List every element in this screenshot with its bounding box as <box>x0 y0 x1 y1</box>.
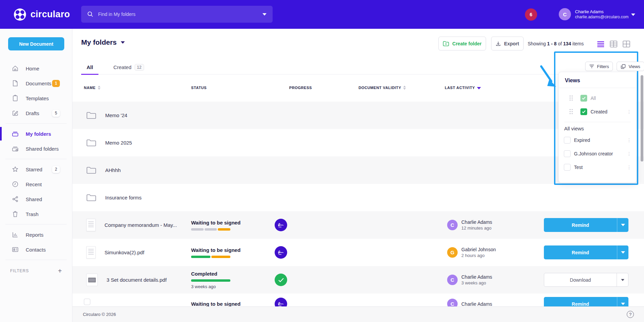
sidebar-item-my-folders[interactable]: My folders <box>0 126 72 141</box>
export-button[interactable]: Export <box>491 37 524 50</box>
add-filter-button[interactable]: + <box>58 267 62 274</box>
activity-time: 3 weeks ago <box>461 280 492 286</box>
share-icon <box>12 195 19 203</box>
checkbox-unchecked[interactable] <box>564 164 571 171</box>
views-button[interactable]: Views <box>617 62 644 71</box>
download-button[interactable]: Download <box>544 273 628 287</box>
sort-desc-icon[interactable] <box>477 87 481 89</box>
sidebar-item-drafts[interactable]: Drafts 5 <box>0 106 72 121</box>
checkbox-checked[interactable] <box>580 108 587 115</box>
search-input[interactable]: Find in My folders <box>81 6 273 23</box>
remind-button[interactable]: Remind <box>544 218 628 232</box>
user-menu[interactable]: C Charlie Adams charlie.adams@circularo.… <box>559 8 628 20</box>
notification-badge[interactable]: 6 <box>525 8 537 21</box>
kebab-menu-icon[interactable]: ⋮ <box>627 152 631 156</box>
check-icon <box>275 274 287 286</box>
brand-logo[interactable]: circularo <box>14 8 70 21</box>
create-folder-button[interactable]: Create folder <box>438 37 486 50</box>
sort-icon[interactable] <box>403 86 406 90</box>
action-dropdown-caret-icon[interactable] <box>617 245 628 259</box>
sidebar-item-shared[interactable]: Shared <box>0 192 72 207</box>
action-label[interactable]: Remind <box>544 218 617 232</box>
tab-all[interactable]: All <box>81 60 98 74</box>
help-icon[interactable]: ? <box>627 311 634 318</box>
table-row-folder[interactable]: Insurance forms <box>72 184 644 211</box>
document-thumbnail <box>86 246 96 259</box>
filters-button[interactable]: Filters <box>585 62 613 71</box>
document-name[interactable]: 3 Set document details.pdf <box>107 277 167 283</box>
activity-avatar: C <box>447 299 458 306</box>
sidebar-item-documents[interactable]: Documents 1 <box>0 76 72 91</box>
page-title-group[interactable]: My folders <box>81 38 125 46</box>
new-document-button[interactable]: New Document <box>8 37 64 50</box>
table-view-icon[interactable] <box>609 40 618 48</box>
kebab-menu-icon[interactable]: ⋮ <box>627 165 631 170</box>
document-name[interactable]: Simunkova(2).pdf <box>105 250 144 255</box>
action-label[interactable]: Remind <box>544 297 617 306</box>
contact-card-icon <box>12 246 19 253</box>
title-dropdown-caret-icon[interactable] <box>121 41 125 44</box>
action-dropdown-caret-icon[interactable] <box>617 218 628 232</box>
table-row-document[interactable]: Simunkova(2).pdf Waiting to be signed G … <box>72 239 644 266</box>
checkbox-unchecked[interactable] <box>564 150 571 157</box>
sidebar-item-starred[interactable]: Starred 2 <box>0 162 72 177</box>
list-view-icon[interactable] <box>596 40 605 48</box>
action-dropdown-caret-icon[interactable] <box>617 273 628 286</box>
status-cell: Completed 3 weeks ago <box>191 266 259 294</box>
kebab-menu-icon[interactable]: ⋮ <box>627 138 631 143</box>
sidebar-item-shared-folders[interactable]: Shared folders <box>0 141 72 156</box>
column-header-progress[interactable]: PROGRESS <box>289 86 312 90</box>
view-item-test[interactable]: Test ⋮ <box>559 160 636 174</box>
sidebar-item-label: Starred <box>26 167 42 172</box>
drag-handle-icon[interactable] <box>570 95 573 101</box>
view-item-created[interactable]: Created ⋮ <box>559 105 636 119</box>
remind-button[interactable]: Remind <box>544 245 628 259</box>
create-folder-label: Create folder <box>452 41 481 46</box>
tab-created[interactable]: Created 12 <box>108 60 149 74</box>
sidebar-item-reports[interactable]: Reports <box>0 227 72 242</box>
kebab-menu-icon[interactable]: ⋮ <box>627 110 631 114</box>
action-label[interactable]: Download <box>544 273 617 286</box>
sidebar-item-templates[interactable]: Templates <box>0 91 72 106</box>
checkbox-checked[interactable] <box>580 95 587 102</box>
table-row-document[interactable]: Company memorandum - May... Waiting to b… <box>72 211 644 239</box>
grid-view-icon[interactable] <box>622 40 630 48</box>
remind-button[interactable]: Remind <box>544 297 628 306</box>
column-header-document-validity[interactable]: DOCUMENT VALIDITY <box>359 86 406 90</box>
row-checkbox[interactable] <box>84 299 90 305</box>
view-item-gjohnson-creator[interactable]: G.Johnson creator ⋮ <box>559 147 636 160</box>
table-row-document[interactable]: 3 Set document details.pdf Completed 3 w… <box>72 266 644 294</box>
table-row-document[interactable]: Waiting to be signed C Charlie Adams Rem… <box>72 294 644 306</box>
checkbox-unchecked[interactable] <box>564 137 571 144</box>
folder-name[interactable]: Memo 2025 <box>105 140 132 146</box>
view-label: G.Johnson creator <box>574 151 613 156</box>
column-header-status[interactable]: STATUS <box>191 86 207 90</box>
last-activity-cell: C Charlie Adams 12 minutes ago <box>447 211 492 239</box>
drag-handle-icon[interactable] <box>570 109 573 114</box>
view-item-expired[interactable]: Expired ⋮ <box>559 133 636 147</box>
filters-button-label: Filters <box>597 64 609 69</box>
user-menu-caret-icon[interactable] <box>631 14 635 16</box>
view-label: Test <box>574 165 583 170</box>
views-copy-icon <box>621 64 626 69</box>
tab-created-label: Created <box>113 64 131 70</box>
folder-name[interactable]: Memo '24 <box>105 112 127 118</box>
sidebar-item-recent[interactable]: Recent <box>0 177 72 192</box>
action-dropdown-caret-icon[interactable] <box>617 297 628 306</box>
sort-icon[interactable] <box>98 86 100 90</box>
sidebar-filters-section: FILTERS + <box>0 263 72 274</box>
action-label[interactable]: Remind <box>544 245 617 259</box>
document-name[interactable]: Company memorandum - May... <box>105 222 177 228</box>
folder-name[interactable]: AHhhh <box>105 167 121 173</box>
vertical-scrollbar[interactable] <box>641 75 643 162</box>
column-header-last-activity[interactable]: LAST ACTIVITY <box>445 86 481 90</box>
folder-name[interactable]: Insurance forms <box>105 195 142 200</box>
sidebar-item-home[interactable]: Home <box>0 61 72 76</box>
column-header-name[interactable]: NAME <box>84 86 100 90</box>
search-placeholder: Find in My folders <box>98 12 262 17</box>
view-item-all[interactable]: All <box>559 91 636 105</box>
search-scope-caret-icon[interactable] <box>262 13 267 16</box>
status-cell: Waiting to be signed <box>191 239 259 266</box>
sidebar-item-contacts[interactable]: Contacts <box>0 242 72 257</box>
sidebar-item-trash[interactable]: Trash <box>0 207 72 221</box>
